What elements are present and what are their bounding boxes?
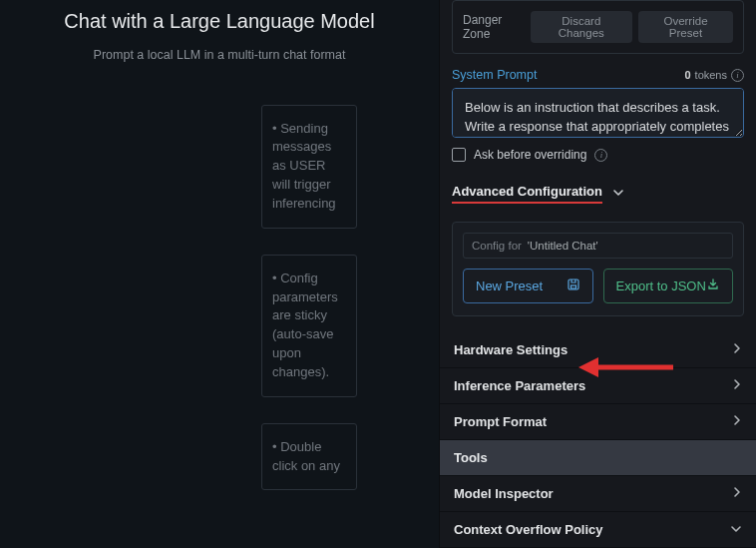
config-for-row: Config for 'Untitled Chat' xyxy=(463,233,733,259)
chevron-down-icon xyxy=(612,187,624,202)
chevron-right-icon xyxy=(732,486,742,501)
section-inference-parameters[interactable]: Inference Parameters xyxy=(440,368,756,404)
info-icon[interactable]: i xyxy=(594,149,607,162)
page-title: Chat with a Large Language Model xyxy=(64,8,374,35)
section-label: Model Inspector xyxy=(454,486,554,501)
section-label: Hardware Settings xyxy=(454,342,567,357)
info-icon[interactable]: i xyxy=(731,69,744,82)
tips-column: • Sending messages as USER will trigger … xyxy=(261,105,357,491)
chevron-right-icon xyxy=(732,342,742,357)
section-label: Tools xyxy=(454,450,488,465)
danger-zone-row: Danger Zone Discard Changes Override Pre… xyxy=(452,0,744,54)
system-prompt-label: System Prompt xyxy=(452,68,537,82)
export-icon xyxy=(706,277,720,294)
ask-before-overriding-label: Ask before overriding xyxy=(474,148,586,162)
token-count: 0 tokens i xyxy=(684,69,744,82)
override-preset-button[interactable]: Override Preset xyxy=(638,11,733,43)
advanced-config-header[interactable]: Advanced Configuration xyxy=(452,184,744,204)
section-prompt-format[interactable]: Prompt Format xyxy=(440,404,756,440)
config-card: Config for 'Untitled Chat' New Preset Ex… xyxy=(452,222,744,316)
section-context-overflow-policy[interactable]: Context Overflow Policy xyxy=(440,512,756,548)
chevron-right-icon xyxy=(732,378,742,393)
config-chat-name: 'Untitled Chat' xyxy=(528,240,598,252)
section-label: Prompt Format xyxy=(454,414,547,429)
save-preset-icon xyxy=(567,277,580,294)
tip-box: • Config parameters are sticky (auto-sav… xyxy=(261,255,357,397)
page-subtitle: Prompt a local LLM in a multi-turn chat … xyxy=(94,47,346,65)
ask-before-overriding-row: Ask before overriding i xyxy=(452,148,744,162)
discard-changes-button[interactable]: Discard Changes xyxy=(531,11,632,43)
section-tools-header: Tools xyxy=(440,440,756,476)
section-label: Inference Parameters xyxy=(454,378,585,393)
chevron-right-icon xyxy=(732,414,742,429)
tip-box: • Sending messages as USER will trigger … xyxy=(261,105,357,229)
tip-box: • Double click on any xyxy=(261,423,357,491)
danger-zone-label: Danger Zone xyxy=(463,13,531,41)
section-hardware-settings[interactable]: Hardware Settings xyxy=(440,332,756,368)
config-for-label: Config for xyxy=(472,240,522,252)
ask-before-overriding-checkbox[interactable] xyxy=(452,148,466,162)
left-panel: Chat with a Large Language Model Prompt … xyxy=(0,0,439,548)
chevron-down-icon xyxy=(730,522,742,537)
system-prompt-header: System Prompt 0 tokens i xyxy=(452,68,744,82)
right-panel: Danger Zone Discard Changes Override Pre… xyxy=(439,0,756,548)
new-preset-button[interactable]: New Preset xyxy=(463,269,593,303)
section-label: Context Overflow Policy xyxy=(454,522,603,537)
section-model-inspector[interactable]: Model Inspector xyxy=(440,476,756,512)
system-prompt-textarea[interactable] xyxy=(452,88,744,138)
svg-rect-1 xyxy=(570,285,575,288)
advanced-config-title: Advanced Configuration xyxy=(452,184,602,204)
export-json-button[interactable]: Export to JSON xyxy=(603,269,734,303)
